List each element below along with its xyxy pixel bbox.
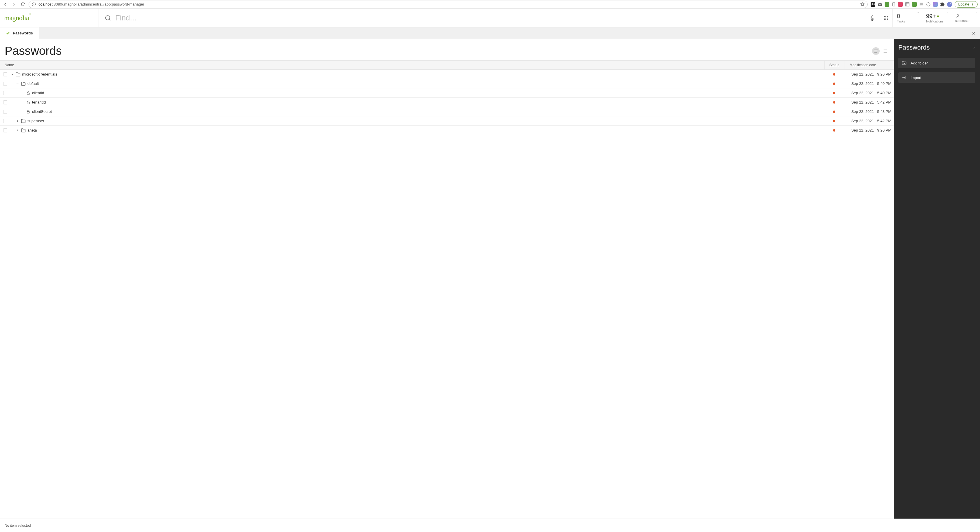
row-checkbox[interactable] bbox=[3, 82, 7, 86]
tab-passwords[interactable]: Passwords bbox=[0, 27, 39, 39]
ext-icon[interactable]: JB bbox=[870, 2, 875, 7]
row-name: superuser bbox=[27, 119, 45, 123]
svg-point-29 bbox=[875, 52, 875, 52]
search-area bbox=[99, 9, 892, 27]
expand-toggle[interactable] bbox=[16, 129, 19, 132]
browser-toolbar: localhost:8080/.magnolia/admincentral#ap… bbox=[0, 0, 980, 9]
row-time: 5:42 PM bbox=[876, 100, 894, 104]
svg-point-16 bbox=[887, 16, 888, 17]
expand-toggle[interactable] bbox=[16, 119, 19, 123]
chevron-down-icon: ⌄ bbox=[946, 11, 948, 14]
column-modification[interactable]: Modification date bbox=[844, 61, 894, 69]
expand-toggle[interactable] bbox=[11, 73, 14, 76]
svg-point-21 bbox=[886, 19, 886, 20]
expand-toggle[interactable] bbox=[16, 82, 19, 85]
forward-button[interactable] bbox=[11, 2, 17, 7]
address-bar[interactable]: localhost:8080/.magnolia/admincentral#ap… bbox=[29, 1, 868, 8]
table-row[interactable]: clientSecretSep 22, 20215:43 PM bbox=[0, 107, 894, 116]
chat-icon[interactable] bbox=[919, 2, 924, 7]
chevron-down-icon: ⌄ bbox=[975, 11, 978, 14]
lock-icon bbox=[26, 110, 30, 114]
update-button[interactable]: Update ⋮ bbox=[955, 1, 978, 8]
mic-icon[interactable] bbox=[870, 16, 875, 21]
table-row[interactable]: tenantIdSep 22, 20215:42 PM bbox=[0, 98, 894, 107]
search-icon bbox=[105, 15, 111, 21]
user-icon bbox=[955, 14, 961, 19]
row-time: 5:43 PM bbox=[876, 109, 894, 114]
puzzle-icon[interactable] bbox=[940, 2, 945, 7]
ext-icon[interactable] bbox=[933, 2, 938, 7]
action-panel: Passwords Add folder Import bbox=[894, 39, 980, 519]
profile-avatar[interactable]: R bbox=[947, 2, 952, 7]
table-row[interactable]: microsoft-credentialsSep 22, 20219:20 PM bbox=[0, 70, 894, 79]
table-header: Name Status Modification date bbox=[0, 61, 894, 70]
table-body: microsoft-credentialsSep 22, 20219:20 PM… bbox=[0, 70, 894, 519]
column-name[interactable]: Name bbox=[0, 61, 824, 69]
row-date: Sep 22, 2021 bbox=[844, 72, 876, 76]
search-input[interactable] bbox=[115, 13, 865, 22]
tasks-count: 0 bbox=[897, 13, 918, 19]
row-checkbox[interactable] bbox=[3, 128, 7, 132]
tasks-pulse[interactable]: ⌄ 0 Tasks bbox=[892, 9, 922, 27]
svg-marker-3 bbox=[861, 2, 864, 6]
notifications-pulse[interactable]: ⌄ 99+ Notifications bbox=[922, 9, 951, 27]
row-name: tenantId bbox=[32, 100, 46, 104]
ext-icon[interactable] bbox=[912, 2, 917, 7]
key-icon bbox=[6, 31, 10, 35]
row-name: clientSecret bbox=[32, 109, 52, 114]
svg-rect-6 bbox=[905, 3, 909, 6]
import-button[interactable]: Import bbox=[898, 72, 975, 83]
status-dot-icon bbox=[833, 83, 835, 85]
svg-point-28 bbox=[875, 51, 875, 51]
row-time: 5:40 PM bbox=[876, 81, 894, 86]
ext-icon[interactable] bbox=[898, 2, 903, 7]
device-icon[interactable] bbox=[892, 2, 896, 7]
app-header: magnolia ⌄ 0 Tasks ⌄ 99+ Notifications ⌄… bbox=[0, 9, 980, 27]
list-view-button[interactable] bbox=[881, 47, 889, 55]
workspace: Passwords Name Status Modification date … bbox=[0, 39, 980, 519]
add-folder-button[interactable]: Add folder bbox=[898, 58, 975, 68]
svg-point-11 bbox=[927, 3, 930, 6]
back-button[interactable] bbox=[2, 2, 8, 7]
status-text: No item selected bbox=[5, 524, 30, 528]
status-dot-icon bbox=[833, 73, 835, 76]
reload-button[interactable] bbox=[20, 2, 25, 7]
grid-icon[interactable] bbox=[905, 2, 910, 7]
row-checkbox[interactable] bbox=[3, 100, 7, 104]
table-row[interactable]: defaultSep 22, 20215:40 PM bbox=[0, 79, 894, 88]
logo-cell: magnolia bbox=[0, 9, 99, 27]
table-row[interactable]: clientIdSep 22, 20215:40 PM bbox=[0, 88, 894, 98]
status-dot-icon bbox=[833, 110, 835, 113]
row-date: Sep 22, 2021 bbox=[844, 81, 876, 86]
camera-icon[interactable] bbox=[878, 2, 882, 7]
star-icon[interactable] bbox=[860, 2, 864, 6]
svg-point-24 bbox=[6, 33, 8, 34]
row-checkbox[interactable] bbox=[3, 119, 7, 123]
row-time: 9:20 PM bbox=[876, 128, 894, 132]
collapse-panel-button[interactable] bbox=[972, 46, 975, 49]
status-dot-icon bbox=[833, 129, 835, 132]
row-checkbox[interactable] bbox=[3, 110, 7, 114]
column-status[interactable]: Status bbox=[824, 61, 844, 69]
table-row[interactable]: anetaSep 22, 20219:20 PM bbox=[0, 126, 894, 135]
svg-point-22 bbox=[887, 19, 888, 20]
notifications-count: 99+ bbox=[926, 13, 936, 19]
tree-view-button[interactable] bbox=[872, 47, 880, 55]
row-name: default bbox=[27, 81, 39, 86]
table-row[interactable]: superuserSep 22, 20215:42 PM bbox=[0, 116, 894, 126]
close-app-button[interactable] bbox=[971, 31, 976, 36]
ext-icon[interactable] bbox=[885, 2, 889, 7]
status-dot-icon bbox=[833, 92, 835, 94]
page-title: Passwords bbox=[5, 44, 62, 57]
url-path: :8080/.magnolia/admincentral#app:passwor… bbox=[52, 2, 144, 6]
status-dot-icon bbox=[833, 101, 835, 104]
apps-icon[interactable] bbox=[883, 16, 888, 21]
row-checkbox[interactable] bbox=[3, 91, 7, 95]
svg-point-27 bbox=[875, 49, 875, 50]
user-menu[interactable]: ⌄ superuser bbox=[951, 9, 980, 27]
circle-icon[interactable] bbox=[926, 2, 931, 7]
logo[interactable]: magnolia bbox=[4, 14, 29, 22]
row-checkbox[interactable] bbox=[3, 72, 7, 76]
svg-point-14 bbox=[884, 16, 885, 17]
row-time: 9:20 PM bbox=[876, 72, 894, 76]
